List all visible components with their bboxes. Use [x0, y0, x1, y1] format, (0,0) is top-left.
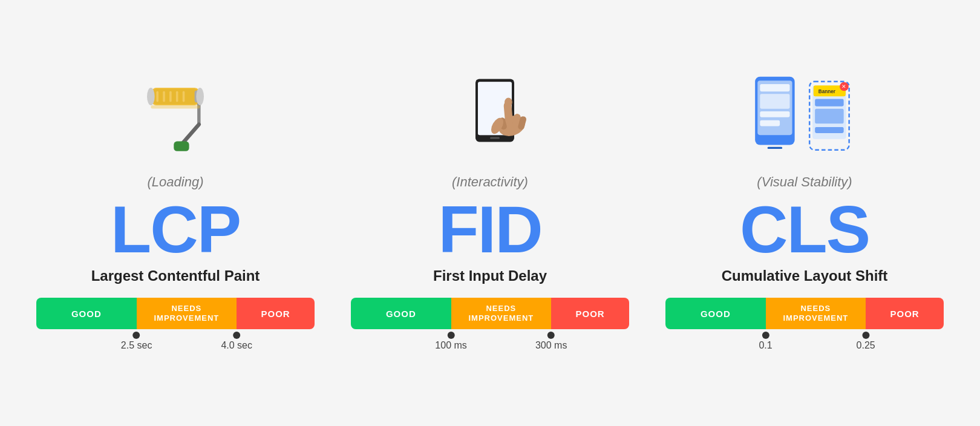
cls-threshold-2: 0.25 [857, 340, 875, 351]
cls-name: Cumulative Layout Shift [722, 267, 888, 284]
svg-rect-8 [169, 91, 172, 102]
cls-subtitle: (Visual Stability) [757, 174, 852, 190]
main-container: (Loading) LCP Largest Contentful Paint G… [18, 47, 962, 379]
lcp-bar-needs: NEEDSIMPROVEMENT [137, 298, 237, 329]
svg-rect-17 [490, 137, 500, 139]
fid-icon-area [442, 59, 538, 168]
svg-point-20 [505, 98, 512, 106]
fid-subtitle: (Interactivity) [452, 174, 528, 190]
fid-marker-1-dot [448, 332, 455, 339]
fid-scale: GOOD NEEDSIMPROVEMENT POOR 100 ms 300 ms [351, 298, 629, 350]
cls-bar-poor: POOR [866, 298, 944, 329]
cls-bar: GOOD NEEDSIMPROVEMENT POOR [665, 298, 944, 329]
cls-bar-good: GOOD [665, 298, 766, 329]
cls-markers: 0.1 0.25 [665, 332, 944, 350]
fid-bar-needs: NEEDSIMPROVEMENT [451, 298, 552, 329]
fid-marker-2: 300 ms [535, 332, 567, 351]
lcp-bar-poor: POOR [237, 298, 315, 329]
svg-rect-27 [760, 84, 789, 91]
svg-rect-28 [760, 94, 789, 109]
cls-icon-area: Banner ✕ 👉 👆 [750, 59, 859, 168]
lcp-scale: GOOD NEEDSIMPROVEMENT POOR 2.5 sec 4.0 s… [36, 298, 315, 350]
svg-point-13 [196, 88, 204, 105]
cls-marker-2-dot [862, 332, 869, 339]
fid-name: First Input Delay [433, 267, 547, 284]
svg-rect-11 [151, 105, 200, 108]
lcp-threshold-2: 4.0 sec [221, 340, 252, 351]
cls-abbr: CLS [740, 196, 869, 263]
fid-bar: GOOD NEEDSIMPROVEMENT POOR [351, 298, 629, 329]
lcp-card: (Loading) LCP Largest Contentful Paint G… [36, 59, 315, 367]
svg-rect-29 [760, 111, 789, 117]
cls-card: Banner ✕ 👉 👆 (Visual Stability) CLS Cumu… [665, 59, 944, 367]
svg-rect-6 [156, 91, 158, 102]
svg-rect-36 [815, 127, 843, 133]
cls-bar-needs: NEEDSIMPROVEMENT [766, 298, 866, 329]
svg-text:✕: ✕ [841, 84, 846, 90]
fid-marker-2-dot [547, 332, 555, 339]
fid-marker-1: 100 ms [435, 332, 466, 351]
lcp-markers: 2.5 sec 4.0 sec [36, 332, 315, 350]
svg-rect-5 [174, 142, 189, 151]
lcp-bar-good: GOOD [36, 298, 137, 329]
svg-text:Banner: Banner [818, 89, 836, 94]
svg-rect-30 [760, 120, 780, 126]
cls-marker-1: 0.1 [759, 332, 772, 351]
svg-rect-1 [152, 89, 199, 104]
svg-rect-31 [768, 147, 783, 149]
svg-rect-7 [163, 91, 165, 102]
paint-roller-icon [136, 71, 215, 156]
cls-threshold-1: 0.1 [759, 340, 772, 351]
fid-threshold-2: 300 ms [535, 340, 567, 351]
fid-bar-poor: POOR [551, 298, 629, 329]
lcp-marker-1: 2.5 sec [121, 332, 152, 351]
fid-threshold-1: 100 ms [435, 340, 466, 351]
cls-marker-1-dot [762, 332, 769, 339]
fid-card: (Interactivity) FID First Input Delay GO… [351, 59, 629, 367]
lcp-subtitle: (Loading) [148, 174, 204, 190]
lcp-bar: GOOD NEEDSIMPROVEMENT POOR [36, 298, 315, 329]
lcp-name: Largest Contentful Paint [91, 267, 260, 284]
svg-rect-34 [815, 99, 843, 106]
lcp-marker-2-dot [233, 332, 240, 339]
lcp-marker-1-dot [133, 332, 140, 339]
fid-abbr: FID [438, 196, 541, 263]
lcp-icon-area [136, 59, 215, 168]
cls-marker-2: 0.25 [857, 332, 875, 351]
svg-rect-35 [815, 109, 843, 124]
cls-scale: GOOD NEEDSIMPROVEMENT POOR 0.1 0.25 [665, 298, 944, 350]
svg-rect-10 [183, 91, 185, 102]
svg-point-12 [147, 88, 155, 105]
phones-shift-icon: Banner ✕ 👉 👆 [750, 68, 859, 159]
svg-rect-9 [176, 91, 178, 102]
lcp-marker-2: 4.0 sec [221, 332, 252, 351]
hand-phone-icon [442, 68, 538, 159]
fid-markers: 100 ms 300 ms [351, 332, 629, 350]
lcp-threshold-1: 2.5 sec [121, 340, 152, 351]
lcp-abbr: LCP [111, 196, 240, 263]
fid-bar-good: GOOD [351, 298, 451, 329]
